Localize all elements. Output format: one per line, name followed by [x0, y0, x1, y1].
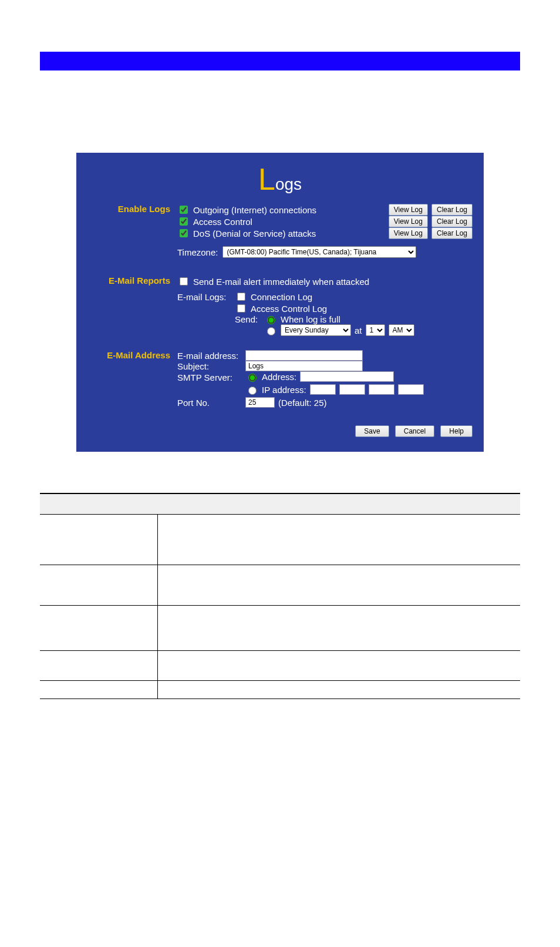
schedule-radio[interactable] [267, 327, 275, 335]
port-row: Port No. (Default: 25) [177, 397, 473, 408]
alert-label: Send E-mail alert immediately when attac… [193, 277, 369, 287]
top-header-bar [40, 52, 520, 70]
access-checkbox[interactable] [180, 217, 188, 226]
conn-log-label: Connection Log [251, 292, 312, 302]
timezone-row: Timezone: (GMT-08:00) Pacific Time(US, C… [177, 246, 473, 258]
alert-row: Send E-mail alert immediately when attac… [177, 276, 473, 287]
ip-octet-2[interactable] [339, 384, 365, 395]
port-default-label: (Default: 25) [278, 398, 327, 408]
log-row-dos: DoS (Denial or Service) attacks View Log… [177, 227, 473, 239]
table-cell-right [158, 515, 521, 565]
table-row [40, 515, 520, 565]
alert-checkbox[interactable] [180, 277, 188, 286]
table-cell-left [40, 606, 158, 651]
schedule-day-select[interactable]: Every Sunday [281, 324, 351, 336]
outgoing-label: Outgoing (Internet) connections [193, 205, 385, 215]
access-log-label: Access Control Log [251, 304, 327, 314]
enable-logs-heading: Enable Logs [87, 203, 177, 263]
page-title: Logs [87, 164, 473, 194]
timezone-label: Timezone: [177, 247, 218, 257]
email-field[interactable] [245, 350, 363, 361]
smtp-address-radio[interactable] [248, 374, 257, 382]
title-rest: ogs [275, 175, 302, 193]
subject-label: Subject: [177, 361, 242, 371]
email-reports-heading: E-Mail Reports [87, 274, 177, 337]
table-header [40, 494, 520, 515]
at-label: at [355, 325, 362, 335]
table-cell-left [40, 515, 158, 565]
ip-octet-1[interactable] [310, 384, 336, 395]
logs-config-panel-figure: Logs Enable Logs Outgoing (Internet) con… [76, 153, 484, 452]
access-label: Access Control [193, 217, 385, 227]
when-full-radio[interactable] [267, 316, 275, 324]
table-row [40, 681, 520, 699]
table-cell-right [158, 565, 521, 606]
smtp-address-field[interactable] [300, 371, 394, 382]
log-row-access: Access Control View Log Clear Log [177, 216, 473, 227]
save-button[interactable]: Save [355, 425, 389, 437]
dos-viewlog-button[interactable]: View Log [389, 227, 428, 239]
table-cell-left [40, 681, 158, 699]
schedule-ampm-select[interactable]: AM [389, 324, 414, 336]
logs-panel: Logs Enable Logs Outgoing (Internet) con… [76, 153, 484, 452]
table-cell-left [40, 651, 158, 681]
when-full-label: When log is full [281, 314, 340, 324]
dos-clearlog-button[interactable]: Clear Log [431, 227, 473, 239]
access-clearlog-button[interactable]: Clear Log [431, 216, 473, 227]
smtp-ip-label: IP address: [262, 385, 306, 395]
subject-row: Subject: [177, 361, 473, 371]
smtp-ip-radio[interactable] [248, 387, 257, 395]
email-addr-label: E-mail address: [177, 351, 242, 361]
email-logs-row: E-mail Logs: Connection Log [177, 291, 473, 303]
schedule-hour-select[interactable]: 1 [366, 324, 385, 336]
log-row-outgoing: Outgoing (Internet) connections View Log… [177, 204, 473, 216]
smtp-row: SMTP Server: Address: IP address: [177, 371, 473, 395]
ip-octet-4[interactable] [398, 384, 424, 395]
conn-log-checkbox[interactable] [237, 293, 245, 301]
port-field[interactable] [245, 397, 275, 408]
outgoing-clearlog-button[interactable]: Clear Log [431, 204, 473, 216]
table-cell-right [158, 651, 521, 681]
dos-label: DoS (Denial or Service) attacks [193, 229, 385, 239]
smtp-label: SMTP Server: [177, 371, 242, 382]
access-log-row: Access Control Log [235, 303, 473, 314]
ip-octet-3[interactable] [369, 384, 394, 395]
smtp-address-label: Address: [262, 372, 296, 382]
dos-checkbox[interactable] [180, 229, 188, 237]
schedule-row: Every Sunday at 1 AM [264, 324, 473, 336]
action-buttons: Save Cancel Help [87, 425, 473, 437]
help-button[interactable]: Help [440, 425, 473, 437]
table-cell-right [158, 606, 521, 651]
email-addr-row: E-mail address: [177, 350, 473, 361]
outgoing-viewlog-button[interactable]: View Log [389, 204, 428, 216]
timezone-select[interactable]: (GMT-08:00) Pacific Time(US, Canada); Ti… [222, 246, 416, 258]
table-row [40, 606, 520, 651]
send-label: Send: [235, 314, 261, 324]
access-log-checkbox[interactable] [237, 304, 245, 313]
table-cell-left [40, 565, 158, 606]
table-cell-right [158, 681, 521, 699]
send-row: Send: When log is full [235, 314, 473, 324]
title-big-letter: L [258, 164, 275, 194]
access-viewlog-button[interactable]: View Log [389, 216, 428, 227]
subject-field[interactable] [245, 361, 363, 371]
outgoing-checkbox[interactable] [180, 206, 188, 214]
data-table [40, 493, 520, 699]
email-logs-label: E-mail Logs: [177, 292, 231, 302]
table-row [40, 565, 520, 606]
cancel-button[interactable]: Cancel [395, 425, 434, 437]
layout-table: Enable Logs Outgoing (Internet) connecti… [87, 203, 473, 409]
table-row [40, 651, 520, 681]
email-address-heading: E-Mail Address [87, 349, 177, 409]
port-label: Port No. [177, 398, 242, 408]
